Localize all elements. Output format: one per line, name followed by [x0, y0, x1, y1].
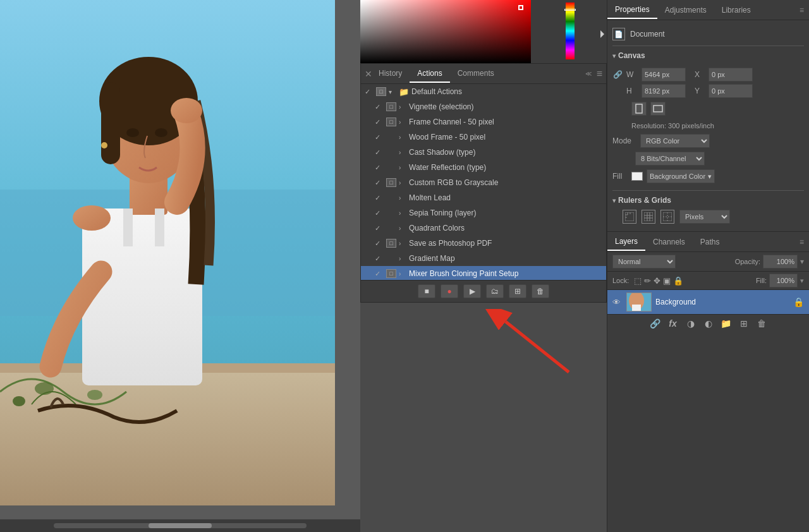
document-label: Document [630, 30, 665, 39]
mode-select[interactable]: RGB Color CMYK Color Grayscale [640, 134, 710, 148]
action-item-vignette[interactable]: ✓ □ › Vignette (selection) [361, 99, 606, 114]
layers-menu-btn[interactable]: ≡ [800, 238, 804, 246]
color-gradient-picker[interactable] [360, 0, 531, 63]
svg-point-14 [101, 142, 107, 148]
tab-adjustments[interactable]: Adjustments [657, 2, 714, 18]
action-item-molten-lead[interactable]: ✓ › Molten Lead [361, 190, 606, 205]
svg-rect-8 [101, 82, 120, 164]
tab-properties[interactable]: Properties [607, 1, 657, 19]
lock-pixels-icon[interactable]: ⬚ [634, 276, 642, 286]
action-item-default-actions[interactable]: ✓ □ ▾ 📁 Default Actions [361, 84, 606, 99]
arrow-annotation [474, 309, 600, 385]
action-icon-empty [386, 209, 396, 217]
height-input[interactable] [642, 84, 686, 98]
fill-dropdown[interactable]: Background Color ▾ [647, 169, 715, 183]
grid-icon[interactable] [642, 210, 655, 224]
action-icon-empty [386, 193, 396, 202]
adjustment-layer-btn[interactable]: ◐ [702, 317, 715, 330]
new-action-button[interactable]: ⊞ [509, 284, 526, 298]
action-icon: □ [386, 178, 396, 187]
lock-image-icon[interactable]: ✏ [644, 276, 651, 286]
panel-menu-btn[interactable]: ≡ [597, 68, 602, 80]
action-item-water-reflection[interactable]: ✓ › Water Reflection (type) [361, 160, 606, 175]
rulers-collapse-icon: ▾ [612, 197, 616, 204]
tab-comments[interactable]: Comments [450, 65, 502, 83]
actions-toolbar: ■ ● ▶ 🗂 ⊞ 🗑 [361, 280, 606, 302]
landscape-icon[interactable] [650, 102, 666, 116]
hue-slider[interactable] [566, 3, 575, 59]
horizontal-scrollbar-thumb[interactable] [149, 523, 212, 528]
y-input[interactable] [709, 84, 753, 98]
x-input[interactable] [709, 68, 753, 82]
svg-point-13 [155, 128, 167, 137]
rulers-section-header[interactable]: ▾ Rulers & Grids [612, 193, 804, 207]
layers-panel: Layers Channels Paths ≡ Normal Multiply … [607, 231, 809, 532]
lock-artboard-icon[interactable]: ▣ [663, 276, 671, 286]
canvas-section-header[interactable]: ▾ Canvas [612, 49, 804, 63]
fill-stepper-icon[interactable]: ▾ [800, 277, 804, 285]
action-icon-empty [386, 163, 396, 172]
fill-color-swatch[interactable] [631, 172, 643, 181]
bits-select[interactable]: 8 Bits/Channel 16 Bits/Channel 32 Bits/C… [635, 152, 705, 166]
record-button[interactable]: ● [441, 284, 458, 298]
action-item-mixer-brush[interactable]: ✓ □ › Mixer Brush Cloning Paint Setup [361, 266, 606, 280]
lock-position-icon[interactable]: ✥ [654, 276, 660, 286]
new-set-button[interactable]: 🗂 [486, 284, 504, 298]
horizontal-scrollbar-track[interactable] [54, 523, 307, 528]
panel-close-btn[interactable]: ✕ [361, 69, 376, 79]
tab-libraries[interactable]: Libraries [714, 2, 758, 18]
expand-arrow-icon: › [399, 225, 406, 232]
blend-mode-select[interactable]: Normal Multiply Screen Overlay [612, 255, 676, 269]
action-name: Water Reflection (type) [409, 163, 602, 172]
delete-button[interactable]: 🗑 [532, 284, 549, 298]
expand-arrow-icon: › [399, 270, 406, 277]
link-layers-btn[interactable]: 🔗 [648, 317, 662, 330]
new-group-btn[interactable]: 📁 [719, 317, 733, 330]
opacity-stepper-icon[interactable]: ▾ [800, 257, 804, 266]
action-item-sepia-toning[interactable]: ✓ › Sepia Toning (layer) [361, 205, 606, 221]
action-item-save-pdf[interactable]: ✓ □ › Save as Photoshop PDF [361, 236, 606, 251]
fill-color-label: Background Color [650, 172, 705, 180]
svg-rect-32 [663, 212, 672, 221]
tab-channels[interactable]: Channels [645, 234, 693, 250]
action-item-rgb-grayscale[interactable]: ✓ □ › Custom RGB to Grayscale [361, 175, 606, 190]
portrait-icon[interactable] [631, 102, 647, 116]
tab-layers[interactable]: Layers [607, 233, 645, 251]
delete-layer-btn[interactable]: 🗑 [755, 317, 769, 330]
guides-icon[interactable] [660, 210, 674, 224]
action-item-frame-channel[interactable]: ✓ □ › Frame Channel - 50 pixel [361, 114, 606, 130]
action-icon: □ [386, 102, 396, 111]
tab-paths[interactable]: Paths [693, 234, 727, 250]
action-item-gradient-map[interactable]: ✓ › Gradient Map [361, 251, 606, 266]
tab-history[interactable]: History [371, 65, 410, 83]
check-icon: ✓ [375, 179, 384, 187]
layer-visibility-icon[interactable]: 👁 [612, 298, 623, 307]
layer-effects-btn[interactable]: fx [666, 317, 680, 330]
new-layer-btn[interactable]: ⊞ [737, 317, 751, 330]
add-mask-btn[interactable]: ◑ [684, 317, 698, 330]
folder-icon: 📁 [399, 87, 409, 97]
check-icon: ✓ [375, 118, 384, 126]
props-menu-btn[interactable]: ≡ [800, 6, 804, 15]
action-name: Frame Channel - 50 pixel [409, 118, 602, 126]
action-item-cast-shadow[interactable]: ✓ › Cast Shadow (type) [361, 145, 606, 160]
layer-row-background[interactable]: 👁 Background 🔒 [607, 290, 809, 314]
play-button[interactable]: ▶ [463, 284, 481, 298]
fill-input[interactable] [769, 274, 798, 287]
stop-icon: ■ [424, 287, 429, 296]
rulers-unit-select[interactable]: Pixels Inches Centimeters Millimeters Po… [679, 210, 730, 224]
width-input[interactable] [642, 68, 686, 82]
stop-button[interactable]: ■ [418, 284, 435, 298]
action-item-wood-frame[interactable]: ✓ › Wood Frame - 50 pixel [361, 130, 606, 145]
panel-collapse-btn[interactable]: ≪ [585, 70, 590, 77]
color-picker-dot[interactable] [518, 5, 523, 10]
tab-actions[interactable]: Actions [410, 65, 449, 83]
ruler-corner-icon[interactable] [623, 210, 636, 224]
lock-all-icon[interactable]: 🔒 [673, 276, 683, 286]
action-item-quadrant-colors[interactable]: ✓ › Quadrant Colors [361, 221, 606, 236]
svg-rect-20 [636, 104, 642, 113]
opacity-input[interactable] [763, 255, 798, 269]
canvas-svg [0, 0, 335, 505]
action-name: Custom RGB to Grayscale [409, 178, 602, 187]
orientation-icons [631, 102, 804, 116]
